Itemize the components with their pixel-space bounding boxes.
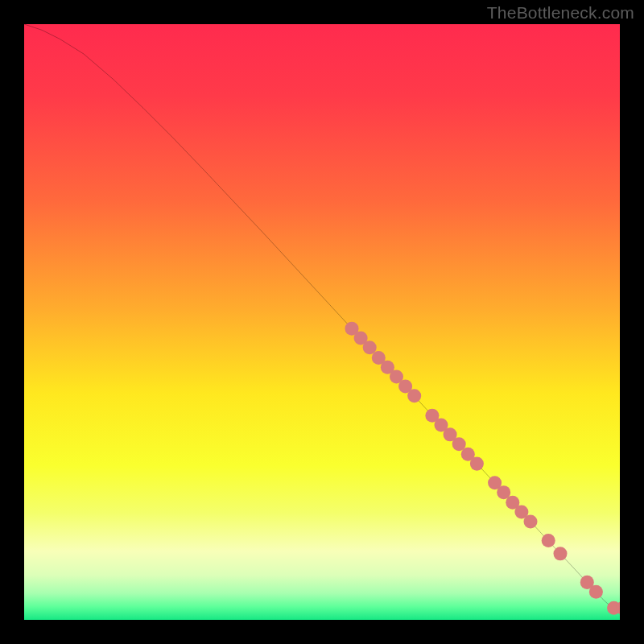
marker-dot xyxy=(523,514,537,528)
gradient-background xyxy=(24,24,620,620)
marker-dot xyxy=(589,585,603,599)
marker-dot xyxy=(470,457,484,471)
chart-stage: TheBottleneck.com xyxy=(0,0,644,644)
plot-area xyxy=(24,24,620,620)
marker-dot xyxy=(407,389,421,402)
marker-dot xyxy=(542,534,555,547)
chart-svg xyxy=(24,24,620,620)
watermark-label: TheBottleneck.com xyxy=(487,3,634,23)
marker-dot xyxy=(553,547,567,560)
